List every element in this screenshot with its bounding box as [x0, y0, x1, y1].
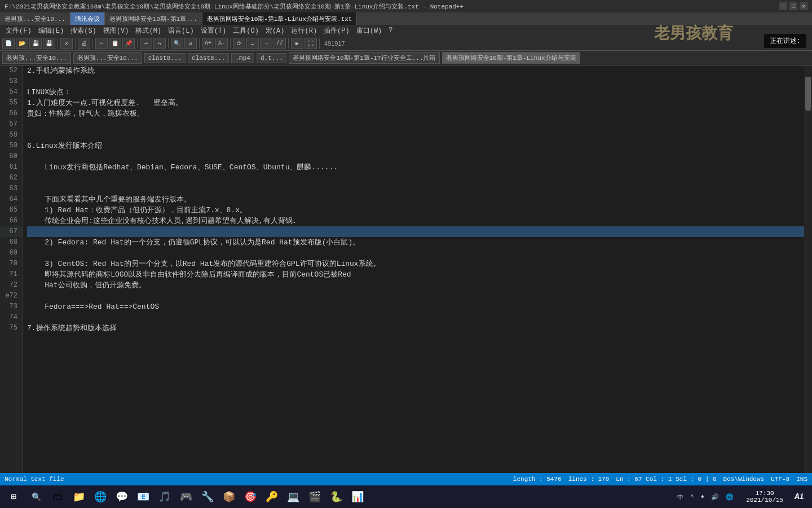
copy-btn[interactable]: 📋 — [109, 38, 121, 49]
save-all-btn[interactable]: 💾 — [43, 38, 55, 49]
editor-line-73[interactable]: Fedora===>Red Hat==>CentOS — [27, 301, 804, 312]
taskbar-tools[interactable]: 🔧 — [197, 487, 218, 507]
new-btn[interactable]: 📄 — [2, 38, 15, 49]
tray-chevron[interactable]: ^ — [688, 492, 696, 501]
indent-btn[interactable]: → — [260, 38, 272, 49]
zoom-out-btn[interactable]: A- — [215, 38, 228, 49]
doc-tab-6[interactable]: d.t... — [257, 53, 287, 63]
fullscreen-btn[interactable]: ⛶ — [304, 38, 317, 49]
comment-btn[interactable]: // — [273, 38, 286, 49]
undo-btn[interactable]: ↩ — [140, 38, 152, 49]
doc-tab-3[interactable]: clast8... — [144, 53, 186, 63]
menu-macro[interactable]: 宏(A) — [262, 25, 288, 36]
editor-line-74[interactable] — [27, 312, 804, 323]
menu-search[interactable]: 搜索(S) — [67, 25, 100, 36]
taskbar-video[interactable]: 🎬 — [304, 487, 325, 507]
tab-tencent[interactable]: 腾讯会议 — [70, 12, 105, 25]
doc-tab-7[interactable]: 老男孩网络安全10期-第1章-IT行业安全工...具箱 — [289, 52, 439, 64]
zoom-in-btn[interactable]: A+ — [202, 38, 214, 49]
scrollbar-vertical[interactable] — [804, 65, 812, 473]
menu-file[interactable]: 文件(F) — [2, 25, 35, 36]
editor-line-60[interactable] — [27, 151, 804, 162]
doc-tab-active[interactable]: 老男孩网络安全10期-第1章-Linux介绍与安装 — [442, 52, 580, 64]
editor-line-52[interactable]: 2.手机鸿蒙操作系统 — [27, 65, 804, 76]
editor-line-67[interactable] — [27, 226, 804, 237]
close-button[interactable]: ✕ — [800, 2, 807, 10]
tray-diamond[interactable]: ♦ — [699, 492, 707, 501]
minimize-button[interactable]: ─ — [779, 2, 787, 10]
editor-line-71[interactable]: 即将其源代码的商标LOGO以及非自由软件部分去除后再编译而成的版本，目前Cent… — [27, 269, 804, 280]
print-btn[interactable]: 🖨 — [78, 38, 90, 49]
editor-line-61[interactable]: Linux发行商包括Redhat、Debian、Fedora、SUSE、Cent… — [27, 162, 804, 173]
menu-format[interactable]: 格式(M) — [132, 25, 165, 36]
doc-tab-4[interactable]: clast8... — [188, 53, 229, 63]
system-clock[interactable]: 17:30 2021/10/15 — [742, 490, 788, 503]
tray-volume[interactable]: 🔊 — [709, 492, 721, 502]
paste-btn[interactable]: 📌 — [122, 38, 135, 49]
save-btn[interactable]: 💾 — [29, 38, 42, 49]
editor-line-e72[interactable] — [27, 291, 804, 301]
wrap-btn[interactable]: ↵ — [246, 38, 259, 49]
menu-tools[interactable]: 工具(O) — [230, 25, 262, 36]
editor-line-62[interactable] — [27, 173, 804, 183]
taskbar-music[interactable]: 🎵 — [155, 487, 175, 507]
sync-btn[interactable]: ⟳ — [233, 38, 245, 49]
editor-line-54[interactable]: LINUX缺点： — [27, 87, 804, 98]
menu-edit[interactable]: 编辑(E) — [35, 25, 68, 36]
macro-btn[interactable]: ▶ — [291, 38, 303, 49]
tab-3[interactable]: 老男孩网络安全10期-第1章... — [105, 12, 202, 25]
taskbar-package[interactable]: 📦 — [219, 487, 239, 507]
replace-btn[interactable]: ⇄ — [184, 38, 197, 49]
cut-btn[interactable]: ✂ — [95, 38, 108, 49]
editor-line-56[interactable]: 贵妇：性格差，脾气大，跪搓衣板。 — [27, 108, 804, 119]
start-button[interactable]: ⊞ — [2, 487, 25, 507]
scrollbar-thumb[interactable] — [805, 77, 811, 111]
taskbar-game[interactable]: 🎮 — [176, 487, 196, 507]
editor-line-72[interactable]: Hat公司收购，但仍开源免费。 — [27, 280, 804, 291]
taskbar-data[interactable]: 📊 — [347, 487, 368, 507]
editor-content[interactable]: 2.手机鸿蒙操作系统LINUX缺点：1.入门难度大一点.可视化程度差. 壁垒高。… — [23, 65, 804, 473]
doc-tab-5[interactable]: .mp4 — [231, 53, 254, 63]
taskbar-terminal[interactable]: 💻 — [283, 487, 303, 507]
menu-language[interactable]: 语言(L) — [165, 25, 197, 36]
ai-badge-item[interactable]: Ai — [789, 487, 810, 507]
editor-line-58[interactable] — [27, 130, 804, 141]
maximize-button[interactable]: □ — [789, 2, 797, 10]
editor-line-65[interactable]: 1) Red Hat：收费产品（但仍开源），目前主流7.x、8.x。 — [27, 205, 804, 216]
tray-network[interactable]: 🌐 — [723, 492, 736, 502]
taskbar-python[interactable]: 🐍 — [326, 487, 346, 507]
redo-btn[interactable]: ↪ — [153, 38, 166, 49]
editor-line-66[interactable]: 传统企业会用:这些企业没有核心技术人员,遇到问题希望有人解决,有人背锅. — [27, 216, 804, 226]
tray-input[interactable]: 中 — [675, 492, 686, 502]
editor-line-64[interactable]: 下面来看看其中几个重要的服务端发行版本。 — [27, 194, 804, 205]
editor-line-59[interactable]: 6.Linux发行版本介绍 — [27, 141, 804, 151]
doc-tab-1[interactable]: 老男孩...安全10... — [2, 52, 71, 64]
menu-run[interactable]: 运行(R) — [288, 25, 320, 36]
editor-line-53[interactable] — [27, 76, 804, 87]
taskbar-browser[interactable]: 🌐 — [90, 487, 111, 507]
editor-line-63[interactable] — [27, 183, 804, 194]
editor-line-55[interactable]: 1.入门难度大一点.可视化程度差. 壁垒高。 — [27, 98, 804, 108]
editor-line-75[interactable]: 7.操作系统趋势和版本选择 — [27, 323, 804, 334]
menu-view[interactable]: 视图(V) — [100, 25, 133, 36]
taskbar-security[interactable]: 🔑 — [262, 487, 282, 507]
tab-1[interactable]: 老男孩...安全10... — [0, 12, 70, 25]
menu-settings[interactable]: 设置(T) — [197, 25, 230, 36]
tab-active[interactable]: 老男孩网络安全10期-第1章-Linux介绍与安装.txt — [202, 12, 357, 25]
menu-help[interactable]: ? — [385, 25, 396, 36]
open-btn[interactable]: 📂 — [16, 38, 28, 49]
taskbar-mail[interactable]: 📧 — [133, 487, 153, 507]
editor-line-68[interactable]: 2) Fedora: Red Hat的一个分支，仍遵循GPL协议，可以认为是Re… — [27, 237, 804, 248]
editor-line-57[interactable] — [27, 119, 804, 130]
taskbar-target[interactable]: 🎯 — [240, 487, 261, 507]
taskbar-explorer[interactable]: 🗃 — [47, 487, 68, 507]
editor-line-69[interactable] — [27, 248, 804, 259]
taskbar-chat1[interactable]: 💬 — [112, 487, 132, 507]
doc-tab-2[interactable]: 老男孩...安全10... — [73, 52, 142, 64]
close-btn[interactable]: ✕ — [60, 38, 73, 49]
search-button[interactable]: 🔍 — [26, 487, 46, 507]
find-btn[interactable]: 🔍 — [171, 38, 183, 49]
editor-line-70[interactable]: 3) CentOS: Red Hat的另一个分支，以Red Hat发布的源代码重… — [27, 259, 804, 269]
menu-window[interactable]: 窗口(W) — [353, 25, 386, 36]
taskbar-folder[interactable]: 📁 — [69, 487, 89, 507]
